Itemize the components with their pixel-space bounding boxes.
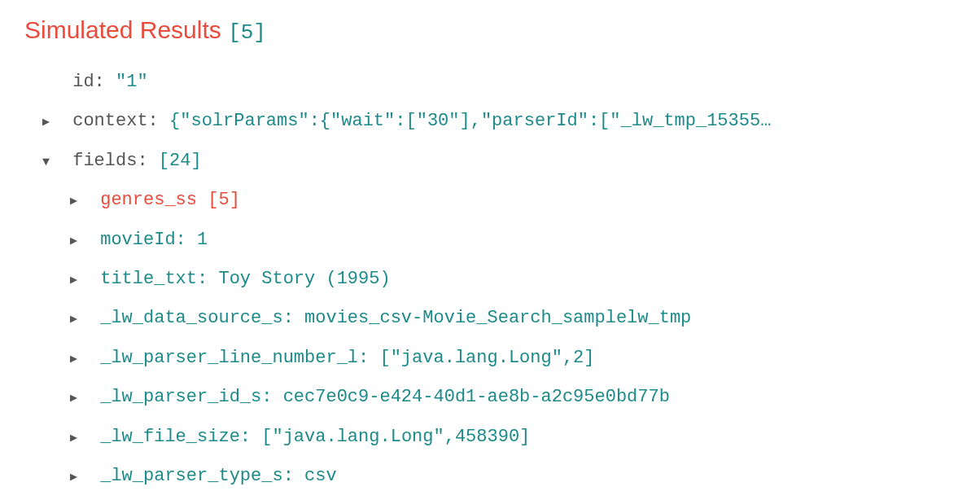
field-key-file-size: _lw_file_size: — [100, 427, 251, 447]
expand-icon[interactable]: ▶ — [70, 425, 85, 452]
field-key-fields: fields: — [72, 151, 147, 171]
tree-row-fields[interactable]: ▼ fields: [24] — [42, 142, 956, 181]
field-value-id: "1" — [116, 72, 148, 92]
expand-icon[interactable]: ▶ — [70, 385, 85, 412]
expand-icon[interactable]: ▶ — [70, 188, 85, 215]
expand-icon[interactable]: ▶ — [70, 464, 85, 491]
field-key-parser-type: _lw_parser_type_s: — [100, 466, 294, 486]
field-value-file-size: ["java.lang.Long",458390] — [261, 427, 530, 447]
field-key-parser-id: _lw_parser_id_s: — [100, 387, 272, 407]
field-value-parser-type: csv — [304, 466, 337, 486]
tree-row-parser-line[interactable]: ▶ _lw_parser_line_number_l: ["java.lang.… — [42, 339, 956, 378]
expand-icon[interactable]: ▶ — [70, 306, 85, 333]
tree-row-context[interactable]: ▶ context: {"solrParams":{"wait":["30"],… — [42, 102, 956, 141]
field-value-title: Toy Story (1995) — [218, 269, 390, 289]
expand-icon[interactable]: ▶ — [70, 228, 85, 255]
result-tree: id: "1" ▶ context: {"solrParams":{"wait"… — [24, 63, 956, 496]
tree-row-data-source[interactable]: ▶ _lw_data_source_s: movies_csv-Movie_Se… — [42, 299, 956, 338]
results-heading-count: [5] — [228, 20, 266, 45]
field-value-data-source: movies_csv-Movie_Search_samplelw_tmp — [304, 308, 691, 328]
field-key-title: title_txt: — [100, 269, 208, 289]
tree-row-title[interactable]: ▶ title_txt: Toy Story (1995) — [42, 260, 956, 299]
field-value-parser-id: cec7e0c9-e424-40d1-ae8b-a2c95e0bd77b — [283, 387, 670, 407]
field-value-context: {"solrParams":{"wait":["30"],"parserId":… — [169, 111, 771, 131]
tree-row-parser-id[interactable]: ▶ _lw_parser_id_s: cec7e0c9-e424-40d1-ae… — [42, 378, 956, 417]
results-heading-title: Simulated Results — [24, 16, 221, 43]
tree-row-id: id: "1" — [42, 63, 956, 102]
field-key-movieid: movieId: — [100, 230, 186, 250]
tree-row-file-size[interactable]: ▶ _lw_file_size: ["java.lang.Long",45839… — [42, 418, 956, 457]
field-key-context: context: — [72, 111, 159, 131]
expand-icon[interactable]: ▶ — [70, 267, 85, 294]
field-key-genres: genres_ss — [100, 190, 197, 210]
expand-icon[interactable]: ▶ — [70, 346, 85, 373]
field-count-genres: [5] — [208, 190, 240, 210]
field-key-parser-line: _lw_parser_line_number_l: — [100, 348, 369, 368]
tree-row-parser-type[interactable]: ▶ _lw_parser_type_s: csv — [42, 457, 956, 496]
field-key-id: id: — [72, 72, 105, 92]
field-value-movieid: 1 — [197, 230, 208, 250]
expand-icon[interactable]: ▶ — [42, 109, 57, 136]
field-value-parser-line: ["java.lang.Long",2] — [379, 348, 594, 368]
tree-row-genres[interactable]: ▶ genres_ss [5] — [42, 181, 956, 220]
results-heading: Simulated Results [5] — [24, 16, 956, 45]
collapse-icon[interactable]: ▼ — [42, 149, 57, 176]
field-key-data-source: _lw_data_source_s: — [100, 308, 294, 328]
field-count-fields: [24] — [159, 151, 202, 171]
tree-row-movieid[interactable]: ▶ movieId: 1 — [42, 221, 956, 260]
